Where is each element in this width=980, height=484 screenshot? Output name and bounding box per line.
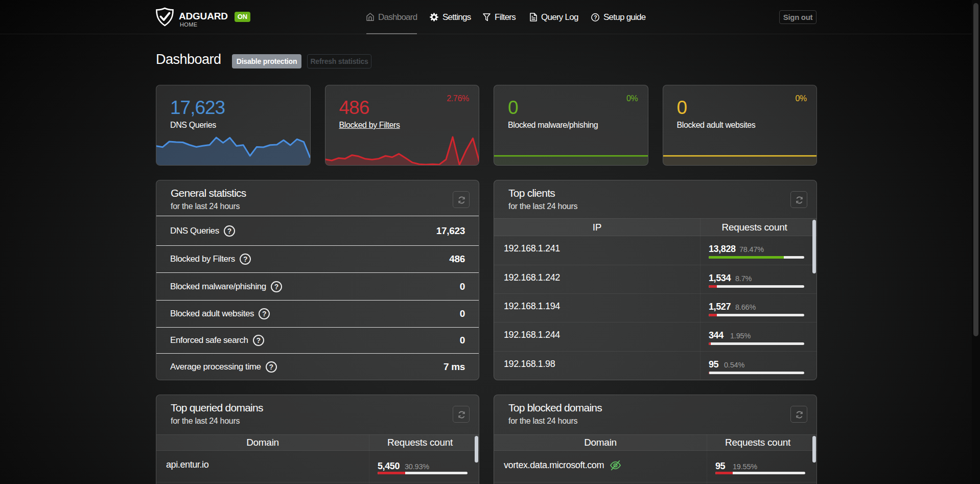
svg-text:?: ? [594, 14, 597, 20]
